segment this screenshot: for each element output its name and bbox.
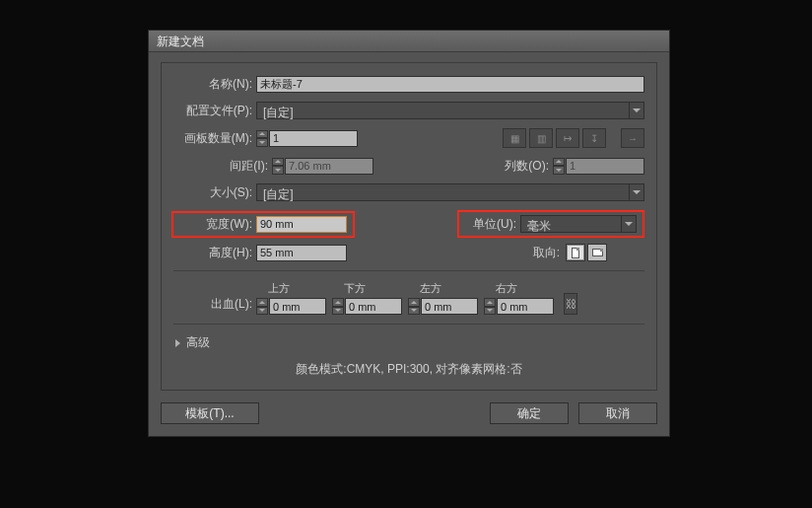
chevron-down-icon[interactable] xyxy=(621,215,637,233)
chevron-down-icon[interactable] xyxy=(629,183,644,201)
ok-button[interactable]: 确定 xyxy=(490,402,569,424)
unit-value: 毫米 xyxy=(520,215,621,233)
height-label: 高度(H): xyxy=(173,245,256,261)
width-label: 宽度(W): xyxy=(179,216,256,233)
orient-label: 取向: xyxy=(524,245,564,261)
chevron-down-icon[interactable] xyxy=(629,102,644,119)
unit-select[interactable]: 毫米 xyxy=(520,215,637,233)
mode-summary: 颜色模式:CMYK, PPI:300, 对齐像素网格:否 xyxy=(173,361,644,378)
bleed-bottom-input[interactable] xyxy=(345,298,402,315)
bleed-top-input[interactable] xyxy=(269,298,326,315)
size-value: [自定] xyxy=(256,183,629,201)
divider xyxy=(173,324,644,325)
cancel-button[interactable]: 取消 xyxy=(578,402,657,424)
profile-select[interactable]: [自定] xyxy=(256,102,644,119)
height-input[interactable] xyxy=(256,245,347,261)
grid-by-col-icon[interactable]: ▥ xyxy=(529,128,553,148)
bleed-right-input[interactable] xyxy=(497,298,554,315)
grid-by-row-icon[interactable]: ▦ xyxy=(503,128,526,148)
arrange-rtl-icon[interactable]: → xyxy=(621,128,644,148)
orientation-landscape-button[interactable] xyxy=(587,244,607,261)
bleed-left-input[interactable] xyxy=(421,298,478,315)
advanced-label: 高级 xyxy=(186,334,210,351)
width-input[interactable] xyxy=(256,216,347,233)
width-highlight: 宽度(W): xyxy=(171,211,355,238)
arrange-col-icon[interactable]: ↧ xyxy=(582,128,606,148)
artboards-spinner[interactable] xyxy=(256,130,268,147)
bleed-bottom-spinner[interactable] xyxy=(332,298,344,315)
size-select[interactable]: [自定] xyxy=(256,183,644,201)
cols-spinner xyxy=(553,158,565,175)
options-panel: 名称(N): 配置文件(P): [自定] 画板数量(M): ▦ ▥ ↦ xyxy=(161,62,657,391)
bleed-left-spinner[interactable] xyxy=(408,298,420,315)
link-bleed-icon[interactable]: ⛓ xyxy=(564,293,577,315)
profile-label: 配置文件(P): xyxy=(173,103,256,119)
dialog-title: 新建文档 xyxy=(149,31,669,52)
divider xyxy=(173,270,644,271)
name-label: 名称(N): xyxy=(173,76,256,93)
spacing-label: 间距(I): xyxy=(173,158,272,175)
cols-input xyxy=(566,158,644,175)
bleed-bottom-label: 下方 xyxy=(332,281,366,296)
artboards-label: 画板数量(M): xyxy=(173,130,256,147)
new-document-dialog: 新建文档 名称(N): 配置文件(P): [自定] 画板数量(M): xyxy=(148,30,670,437)
bleed-label: 出血(L): xyxy=(173,296,256,315)
spacing-input xyxy=(285,158,373,175)
bleed-top-label: 上方 xyxy=(256,281,290,296)
bleed-left-label: 左方 xyxy=(408,281,441,296)
bleed-right-spinner[interactable] xyxy=(484,298,496,315)
bleed-right-label: 右方 xyxy=(484,281,517,296)
spacing-spinner xyxy=(272,158,284,175)
advanced-disclosure[interactable]: 高级 xyxy=(175,334,644,351)
cols-label: 列数(O): xyxy=(494,158,553,175)
artboards-input[interactable] xyxy=(269,130,358,147)
unit-highlight: 单位(U): 毫米 xyxy=(457,210,644,238)
unit-label: 单位(U): xyxy=(465,216,520,233)
name-input[interactable] xyxy=(256,76,644,93)
profile-value: [自定] xyxy=(256,102,629,119)
templates-button[interactable]: 模板(T)... xyxy=(161,402,259,424)
bleed-top-spinner[interactable] xyxy=(256,298,268,315)
size-label: 大小(S): xyxy=(173,184,256,201)
orientation-portrait-button[interactable] xyxy=(566,244,585,261)
arrange-row-icon[interactable]: ↦ xyxy=(556,128,579,148)
